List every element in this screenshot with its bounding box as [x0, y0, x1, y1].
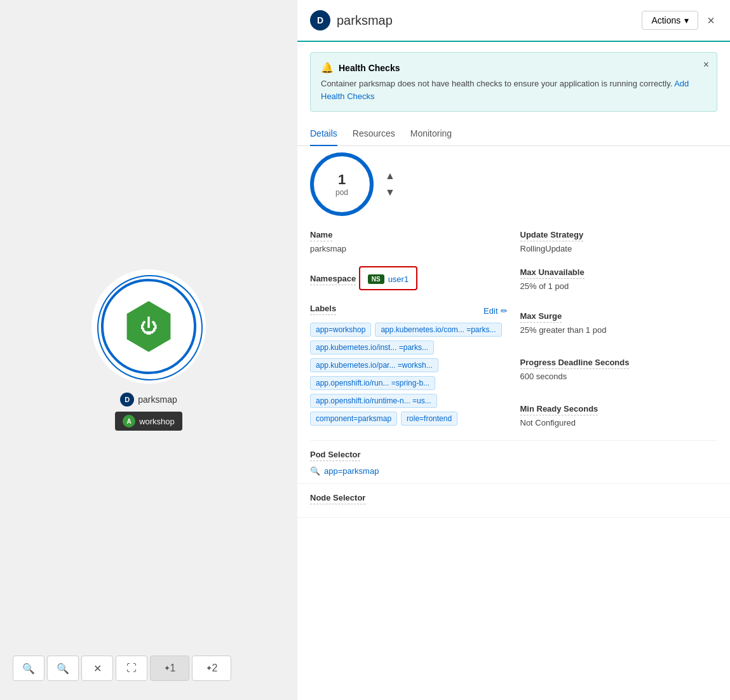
node-name: parksmap: [138, 394, 177, 405]
topology-panel: ⏻ D parksmap A workshop 🔍 🔍 ✕ ⛶ ✦ 1: [0, 0, 297, 700]
pod-circle: 1 pod: [310, 152, 374, 216]
pod-selector-link[interactable]: 🔍 app=parksmap: [310, 466, 717, 476]
pod-label: pod: [335, 188, 348, 197]
label-tag-3[interactable]: app.kubernetes.io/par... =worksh...: [310, 358, 438, 372]
fit-icon: ✕: [93, 663, 102, 675]
bell-icon: 🔔: [321, 62, 334, 74]
health-close-button[interactable]: ×: [703, 59, 709, 71]
node-selector-title: Node Selector: [310, 493, 365, 504]
fullscreen-icon: ⛶: [126, 663, 137, 674]
chevron-down-icon: ▾: [684, 15, 689, 25]
tabs: Details Resources Monitoring: [297, 122, 730, 146]
zoom-in-button[interactable]: 🔍: [47, 656, 79, 681]
labels-section: Labels Edit ✏ app=workshop app.kubernete…: [310, 297, 508, 440]
workshop-name: workshop: [139, 417, 175, 426]
search-icon: 🔍: [310, 466, 320, 476]
update-strategy-value: RollingUpdate: [520, 244, 718, 253]
min-ready-value: Not Configured: [520, 418, 718, 427]
max-surge-label: Max Surge: [520, 311, 562, 323]
zoom-out-button[interactable]: 🔍: [13, 656, 44, 681]
power-icon: ⏻: [123, 301, 174, 352]
max-surge-detail: Max Surge 25% greater than 1 pod: [520, 304, 718, 341]
label-tag-5[interactable]: app.openshift.io/runtime-n... =us...: [310, 394, 437, 408]
close-button[interactable]: ×: [705, 11, 717, 30]
namespace-label: Namespace: [310, 274, 356, 285]
details-panel: D parksmap Actions ▾ × 🔔 Health Checks C…: [297, 0, 730, 700]
node-circle-outer: ⏻: [91, 269, 206, 384]
label-tag-1[interactable]: app.kubernetes.io/com... =parks...: [375, 323, 501, 337]
actions-button[interactable]: Actions ▾: [642, 11, 698, 30]
fullscreen-button[interactable]: ⛶: [116, 656, 147, 681]
progress-deadline-value: 600 seconds: [520, 372, 718, 381]
pod-counter-section: 1 pod ▲ ▼: [297, 146, 730, 222]
max-unavailable-detail: Max Unavailable 25% of 1 pod: [520, 260, 718, 297]
pod-increment-button[interactable]: ▲: [381, 169, 399, 183]
node-badge-d: D: [120, 393, 134, 407]
title-badge: D: [310, 10, 330, 30]
header-actions: Actions ▾ ×: [642, 11, 717, 30]
pod-selector-title: Pod Selector: [310, 450, 360, 461]
name-label: Name: [310, 230, 332, 241]
labels-surge-row: Labels Edit ✏ app=workshop app.kubernete…: [297, 297, 730, 440]
pod-selector-section: Pod Selector 🔍 app=parksmap: [297, 441, 730, 484]
max-unavailable-label: Max Unavailable: [520, 267, 585, 279]
panel-title: D parksmap: [310, 10, 393, 30]
label-tag-6[interactable]: component=parksmap: [310, 412, 397, 426]
nodes2-button[interactable]: ✦ 2: [192, 656, 231, 681]
progress-deadline-detail: Progress Deadline Seconds 600 seconds: [520, 350, 718, 387]
max-surge-value: 25% greater than 1 pod: [520, 325, 718, 335]
panel-title-text: parksmap: [337, 13, 393, 28]
namespace-detail: Namespace NS user1: [310, 260, 508, 297]
label-tag-2[interactable]: app.kubernetes.io/inst... =parks...: [310, 340, 434, 354]
node-label[interactable]: D parksmap: [120, 393, 177, 407]
label-tag-0[interactable]: app=workshop: [310, 323, 371, 337]
label-tag-4[interactable]: app.openshift.io/run... =spring-b...: [310, 376, 435, 390]
nodes2-icon: ✦: [206, 664, 212, 673]
pencil-icon: ✏: [501, 306, 508, 316]
health-title: 🔔 Health Checks: [321, 62, 706, 74]
update-strategy-label: Update Strategy: [520, 230, 584, 241]
actions-label: Actions: [651, 15, 680, 25]
health-title-text: Health Checks: [339, 63, 400, 73]
pod-controls: ▲ ▼: [381, 169, 399, 199]
edit-label: Edit: [483, 306, 497, 316]
workshop-badge[interactable]: A workshop: [115, 412, 182, 431]
nodes2-label: 2: [212, 663, 218, 674]
nodes1-icon: ✦: [164, 664, 170, 673]
tab-monitoring[interactable]: Monitoring: [410, 122, 452, 146]
health-banner: 🔔 Health Checks Container parksmap does …: [310, 52, 717, 112]
zoom-in-icon: 🔍: [57, 663, 69, 675]
min-ready-detail: Min Ready Seconds Not Configured: [520, 396, 718, 434]
zoom-out-icon: 🔍: [22, 663, 35, 675]
namespace-row: Namespace NS user1 Max Unavailable 25% o…: [297, 260, 730, 297]
node-selector-section: Node Selector: [297, 484, 730, 518]
workshop-badge-a: A: [123, 415, 135, 427]
right-details-col: Max Surge 25% greater than 1 pod Progres…: [520, 297, 718, 440]
pod-selector-value: app=parksmap: [324, 466, 379, 476]
name-value: parksmap: [310, 244, 508, 253]
pod-decrement-button[interactable]: ▼: [381, 185, 399, 199]
max-unavailable-value: 25% of 1 pod: [520, 281, 718, 291]
name-update-row: Name parksmap Update Strategy RollingUpd…: [297, 222, 730, 260]
health-message: Container parksmap does not have health …: [321, 77, 706, 102]
namespace-link[interactable]: user1: [388, 274, 409, 284]
labels-title: Labels: [310, 304, 336, 315]
tab-details[interactable]: Details: [310, 122, 337, 146]
label-tags: app=workshop app.kubernetes.io/com... =p…: [310, 323, 508, 426]
min-ready-label: Min Ready Seconds: [520, 404, 598, 415]
nodes1-button[interactable]: ✦ 1: [150, 656, 189, 681]
labels-edit-link[interactable]: Edit ✏: [483, 306, 507, 316]
tab-resources[interactable]: Resources: [353, 122, 395, 146]
name-detail: Name parksmap: [310, 222, 508, 260]
bottom-toolbar: 🔍 🔍 ✕ ⛶ ✦ 1 ✦ 2: [13, 656, 231, 681]
panel-header: D parksmap Actions ▾ ×: [297, 0, 730, 42]
pod-number: 1: [338, 172, 346, 188]
ns-badge: NS user1: [368, 274, 409, 284]
update-strategy-detail: Update Strategy RollingUpdate: [520, 222, 718, 260]
nodes1-label: 1: [170, 663, 176, 674]
label-tag-7[interactable]: role=frontend: [401, 412, 457, 426]
node-circle-ring: ⏻: [101, 279, 196, 374]
ns-pill: NS: [368, 274, 384, 284]
progress-deadline-label: Progress Deadline Seconds: [520, 358, 630, 369]
fit-button[interactable]: ✕: [81, 656, 113, 681]
